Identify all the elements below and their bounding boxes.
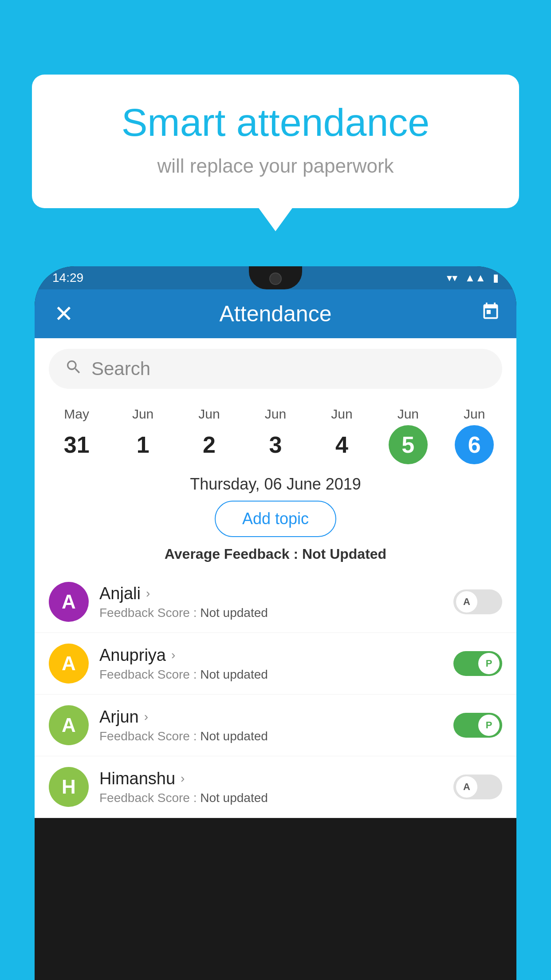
wifi-icon: ▾▾ xyxy=(447,272,457,284)
search-bar[interactable]: Search xyxy=(49,349,502,389)
toggle-container[interactable]: A xyxy=(453,775,502,799)
student-info: Anjali ›Feedback Score : Not updated xyxy=(99,584,443,620)
student-item[interactable]: HHimanshu ›Feedback Score : Not updatedA xyxy=(35,756,516,818)
avg-feedback-label: Average Feedback : xyxy=(165,546,302,562)
calendar-day[interactable]: May31 xyxy=(57,407,96,464)
cal-month-label: Jun xyxy=(265,407,286,422)
cal-date-label: 5 xyxy=(389,425,428,464)
attendance-toggle[interactable]: P xyxy=(453,713,502,738)
chevron-icon: › xyxy=(181,771,185,786)
calendar-day[interactable]: Jun6 xyxy=(455,407,494,464)
calendar-day[interactable]: Jun3 xyxy=(256,407,295,464)
add-topic-button[interactable]: Add topic xyxy=(215,501,336,537)
search-icon xyxy=(65,358,83,380)
selected-date-label: Thursday, 06 June 2019 xyxy=(35,475,516,494)
student-list: AAnjali ›Feedback Score : Not updatedAAA… xyxy=(35,571,516,818)
calendar-day[interactable]: Jun1 xyxy=(123,407,162,464)
app-bar-title: Attendance xyxy=(77,301,474,327)
cal-date-label: 3 xyxy=(256,425,295,464)
toggle-container[interactable]: P xyxy=(453,713,502,738)
front-camera xyxy=(269,273,282,285)
avatar: A xyxy=(49,705,89,745)
signal-icon: ▲▲ xyxy=(464,272,486,284)
cal-date-label: 4 xyxy=(322,425,361,464)
attendance-toggle[interactable]: A xyxy=(453,589,502,614)
phone-notch xyxy=(249,266,302,289)
attendance-toggle[interactable]: P xyxy=(453,651,502,676)
attendance-toggle[interactable]: A xyxy=(453,775,502,799)
student-info: Arjun ›Feedback Score : Not updated xyxy=(99,707,443,743)
cal-date-label: 1 xyxy=(123,425,162,464)
cal-date-label: 2 xyxy=(190,425,229,464)
status-icons: ▾▾ ▲▲ ▮ xyxy=(447,272,499,284)
chevron-icon: › xyxy=(146,586,150,601)
phone-frame: 14:29 ▾▾ ▲▲ ▮ ✕ Attendance Search Ma xyxy=(35,266,516,980)
student-info: Himanshu ›Feedback Score : Not updated xyxy=(99,769,443,805)
battery-icon: ▮ xyxy=(493,272,499,284)
student-name: Anjali › xyxy=(99,584,443,603)
calendar-strip: May31Jun1Jun2Jun3Jun4Jun5Jun6 xyxy=(35,399,516,464)
toggle-knob: P xyxy=(478,715,500,736)
student-feedback: Feedback Score : Not updated xyxy=(99,668,443,682)
toggle-knob: A xyxy=(456,776,477,798)
calendar-day[interactable]: Jun2 xyxy=(190,407,229,464)
toggle-container[interactable]: A xyxy=(453,589,502,614)
student-name: Arjun › xyxy=(99,707,443,727)
cal-month-label: May xyxy=(64,407,89,422)
average-feedback: Average Feedback : Not Updated xyxy=(35,546,516,562)
close-button[interactable]: ✕ xyxy=(51,300,77,327)
avatar: A xyxy=(49,582,89,622)
student-name: Anupriya › xyxy=(99,646,443,665)
student-feedback: Feedback Score : Not updated xyxy=(99,791,443,805)
cal-date-label: 6 xyxy=(455,425,494,464)
student-item[interactable]: AAnjali ›Feedback Score : Not updatedA xyxy=(35,571,516,633)
search-placeholder: Search xyxy=(91,358,150,379)
cal-month-label: Jun xyxy=(132,407,153,422)
calendar-day[interactable]: Jun5 xyxy=(389,407,428,464)
cal-month-label: Jun xyxy=(464,407,485,422)
phone-content: Search May31Jun1Jun2Jun3Jun4Jun5Jun6 Thu… xyxy=(35,338,516,818)
student-name: Himanshu › xyxy=(99,769,443,788)
avatar: A xyxy=(49,644,89,684)
student-info: Anupriya ›Feedback Score : Not updated xyxy=(99,646,443,682)
speech-bubble: Smart attendance will replace your paper… xyxy=(32,75,519,208)
bubble-title: Smart attendance xyxy=(67,101,484,144)
toggle-knob: P xyxy=(478,653,500,674)
calendar-icon[interactable] xyxy=(481,302,500,326)
student-feedback: Feedback Score : Not updated xyxy=(99,606,443,620)
cal-month-label: Jun xyxy=(398,407,419,422)
chevron-icon: › xyxy=(144,710,148,724)
student-feedback: Feedback Score : Not updated xyxy=(99,729,443,743)
calendar-day[interactable]: Jun4 xyxy=(322,407,361,464)
avatar: H xyxy=(49,767,89,807)
app-bar: ✕ Attendance xyxy=(35,289,516,338)
student-item[interactable]: AAnupriya ›Feedback Score : Not updatedP xyxy=(35,633,516,695)
student-item[interactable]: AArjun ›Feedback Score : Not updatedP xyxy=(35,695,516,756)
toggle-knob: A xyxy=(456,591,477,612)
cal-month-label: Jun xyxy=(198,407,220,422)
cal-date-label: 31 xyxy=(57,425,96,464)
avg-feedback-value: Not Updated xyxy=(302,546,386,562)
chevron-icon: › xyxy=(171,648,175,662)
cal-month-label: Jun xyxy=(331,407,352,422)
toggle-container[interactable]: P xyxy=(453,651,502,676)
bubble-subtitle: will replace your paperwork xyxy=(67,155,484,177)
